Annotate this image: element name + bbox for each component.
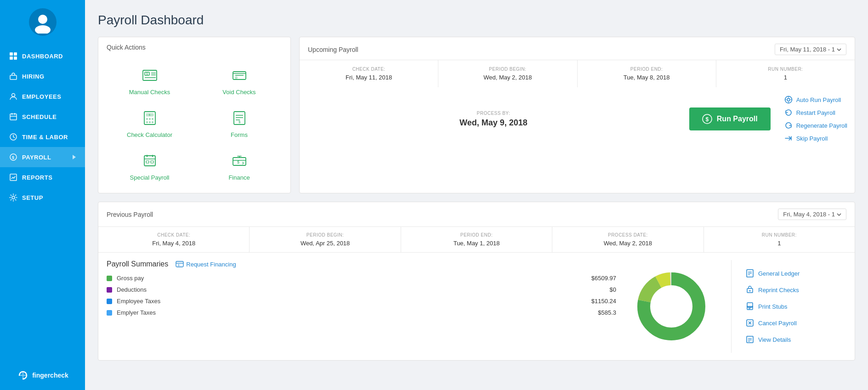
skip-payroll-link[interactable]: Skip Payroll bbox=[784, 134, 847, 142]
quick-action-void-checks[interactable]: Void Checks bbox=[195, 59, 283, 100]
regenerate-payroll-link[interactable]: Regenerate Payroll bbox=[784, 121, 847, 130]
quick-action-manual-checks[interactable]: $ Manual Checks bbox=[106, 59, 193, 100]
top-row: Quick Actions $ Manual Checks bbox=[98, 37, 855, 193]
svg-rect-5 bbox=[14, 57, 17, 60]
sidebar-item-label: Setup bbox=[22, 194, 43, 201]
general-ledger-link[interactable]: General Ledger bbox=[745, 267, 846, 279]
sidebar-item-reports[interactable]: Reports bbox=[0, 167, 85, 187]
sidebar-item-label: Payroll bbox=[22, 154, 51, 161]
brand-logo: fingercheck bbox=[17, 362, 68, 390]
qa-label-forms: Forms bbox=[231, 131, 248, 138]
summary-row-employer-taxes: Emplyer Taxes $585.3 bbox=[107, 309, 616, 316]
svg-text:$: $ bbox=[12, 155, 15, 160]
view-details-link[interactable]: View Details bbox=[745, 333, 846, 345]
payroll-summaries-section: Payroll Summaries $↑ Request Financing G… bbox=[98, 253, 855, 360]
sidebar-item-label: Dashboard bbox=[22, 53, 63, 60]
gross-pay-dot bbox=[107, 276, 112, 281]
sidebar-item-dashboard[interactable]: Dashboard bbox=[0, 46, 85, 66]
cancel-payroll-link[interactable]: Cancel Payroll bbox=[745, 317, 846, 329]
svg-rect-2 bbox=[10, 52, 13, 56]
sidebar-item-label: Reports bbox=[22, 174, 52, 181]
quick-action-check-calc[interactable]: $ Check Calculator bbox=[106, 102, 193, 143]
deductions-dot bbox=[107, 287, 112, 293]
previous-info-row: CHECK DATE: Fri, May 4, 2018 PERIOD BEGI… bbox=[98, 227, 855, 253]
sidebar-item-label: Time & Labor bbox=[22, 134, 68, 141]
sidebar-item-label: Schedule bbox=[22, 113, 57, 120]
process-by-section: PROCESS BY: Wed, May 9, 2018 bbox=[307, 111, 680, 128]
svg-point-7 bbox=[12, 94, 15, 97]
sidebar-item-setup[interactable]: Setup bbox=[0, 187, 85, 208]
upcoming-run-number: RUN NUMBER: 1 bbox=[716, 60, 855, 87]
restart-payroll-link[interactable]: Restart Payroll bbox=[784, 108, 847, 117]
summary-row-employee-taxes: Employee Taxes $1150.24 bbox=[107, 298, 616, 305]
upcoming-payroll-header: Upcoming Payroll Fri, May 11, 2018 - 1 bbox=[300, 37, 855, 55]
run-payroll-button[interactable]: $ Run Payroll bbox=[689, 107, 771, 130]
previous-period-dropdown[interactable]: Fri, May 4, 2018 - 1 bbox=[778, 209, 846, 220]
svg-text:$: $ bbox=[146, 72, 148, 75]
upcoming-period-begin: PERIOD BEGIN: Wed, May 2, 2018 bbox=[438, 60, 577, 87]
upcoming-check-date: CHECK DATE: Fri, May 11, 2018 bbox=[300, 60, 438, 87]
svg-point-47 bbox=[787, 98, 790, 101]
payroll-donut-chart bbox=[625, 260, 717, 353]
prev-check-date: CHECK DATE: Fri, May 4, 2018 bbox=[98, 227, 250, 252]
upcoming-period-dropdown[interactable]: Fri, May 11, 2018 - 1 bbox=[775, 44, 846, 55]
quick-action-finance[interactable]: $ Finance bbox=[195, 145, 283, 186]
quick-actions-header: Quick Actions bbox=[98, 37, 290, 56]
sidebar: Dashboard Hiring Employees Schedule bbox=[0, 0, 85, 390]
qa-label-check-calc: Check Calculator bbox=[127, 131, 172, 138]
request-financing-link[interactable]: $↑ Request Financing bbox=[176, 261, 236, 268]
sidebar-item-hiring[interactable]: Hiring bbox=[0, 66, 85, 86]
summaries-left: Payroll Summaries $↑ Request Financing G… bbox=[107, 260, 616, 353]
sidebar-item-schedule[interactable]: Schedule bbox=[0, 107, 85, 127]
svg-point-1 bbox=[35, 25, 51, 34]
sidebar-item-employees[interactable]: Employees bbox=[0, 86, 85, 107]
svg-point-55 bbox=[651, 286, 692, 327]
reprint-checks-link[interactable]: Reprint Checks bbox=[745, 284, 846, 296]
quick-action-forms[interactable]: $ Forms bbox=[195, 102, 283, 143]
quick-actions-card: Quick Actions $ Manual Checks bbox=[98, 37, 291, 193]
summaries-title-row: Payroll Summaries $↑ Request Financing bbox=[107, 260, 616, 268]
svg-rect-68 bbox=[747, 336, 753, 343]
qa-label-void-checks: Void Checks bbox=[222, 89, 255, 96]
sidebar-item-payroll[interactable]: $ Payroll bbox=[0, 147, 85, 167]
svg-point-29 bbox=[152, 121, 153, 123]
qa-label-special-payroll: Special Payroll bbox=[130, 174, 170, 181]
payroll-quick-actions: Auto Run Payroll Restart Payroll bbox=[780, 96, 847, 142]
upcoming-payroll-title: Upcoming Payroll bbox=[308, 46, 358, 53]
summary-row-gross: Gross pay $6509.97 bbox=[107, 275, 616, 282]
quick-actions-grid: $ Manual Checks Void Checks bbox=[98, 56, 290, 193]
sidebar-item-time-labor[interactable]: Time & Labor bbox=[0, 127, 85, 147]
svg-point-27 bbox=[146, 121, 148, 123]
payroll-arrow-icon bbox=[73, 155, 76, 159]
svg-rect-36 bbox=[144, 156, 155, 166]
svg-rect-4 bbox=[10, 57, 13, 60]
upcoming-payroll-card: Upcoming Payroll Fri, May 11, 2018 - 1 C… bbox=[299, 37, 855, 193]
svg-point-0 bbox=[38, 15, 47, 24]
svg-text:$: $ bbox=[238, 120, 241, 124]
svg-rect-3 bbox=[14, 52, 17, 56]
svg-rect-39 bbox=[151, 161, 153, 163]
svg-point-21 bbox=[235, 77, 237, 79]
previous-payroll-header: Previous Payroll Fri, May 4, 2018 - 1 bbox=[98, 202, 855, 227]
summaries-title: Payroll Summaries bbox=[107, 260, 168, 268]
user-avatar[interactable] bbox=[29, 8, 57, 36]
upcoming-action-row: PROCESS BY: Wed, May 9, 2018 $ Run Payro… bbox=[300, 87, 855, 151]
svg-rect-8 bbox=[10, 114, 17, 120]
employee-taxes-dot bbox=[107, 299, 112, 304]
svg-point-61 bbox=[749, 290, 751, 292]
svg-point-24 bbox=[146, 118, 148, 120]
svg-text:$: $ bbox=[149, 113, 150, 116]
qa-label-manual-checks: Manual Checks bbox=[129, 89, 170, 96]
qa-label-finance: Finance bbox=[228, 174, 250, 181]
print-stubs-link[interactable]: Print Stubs bbox=[745, 300, 846, 312]
upcoming-info-row: CHECK DATE: Fri, May 11, 2018 PERIOD BEG… bbox=[300, 60, 855, 87]
auto-run-payroll-link[interactable]: Auto Run Payroll bbox=[784, 96, 847, 104]
sidebar-item-label: Employees bbox=[22, 93, 61, 100]
svg-rect-38 bbox=[146, 161, 149, 163]
previous-payroll-title: Previous Payroll bbox=[107, 211, 153, 218]
page-title: Payroll Dashboard bbox=[98, 13, 855, 28]
svg-text:$↑: $↑ bbox=[178, 264, 181, 266]
chart-divider bbox=[731, 260, 732, 353]
quick-action-special-payroll[interactable]: Special Payroll bbox=[106, 145, 193, 186]
svg-rect-6 bbox=[10, 75, 17, 79]
